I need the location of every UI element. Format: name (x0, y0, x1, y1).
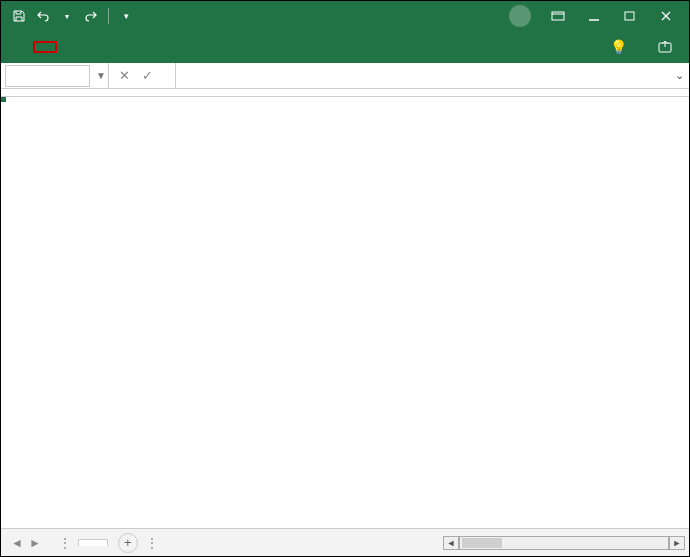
name-box[interactable] (5, 65, 90, 87)
tab-help[interactable] (191, 41, 211, 53)
enter-formula-icon[interactable]: ✓ (142, 68, 153, 83)
sheet-nav: ◄ ► (1, 536, 51, 550)
tab-page-layout[interactable] (81, 41, 101, 53)
spacer (1, 89, 689, 97)
tabstrip-split-icon[interactable]: ⋮ (146, 536, 159, 550)
formula-input[interactable] (175, 63, 669, 88)
svg-rect-3 (625, 12, 634, 20)
sheet-tab-strip: ◄ ► ⋮ + ⋮ ◄ ► (1, 528, 689, 556)
horizontal-scrollbar: ◄ ► (443, 536, 689, 550)
undo-dropdown-icon[interactable]: ▾ (57, 6, 77, 26)
save-icon[interactable] (9, 6, 29, 26)
ribbon-display-options-icon[interactable] (541, 1, 575, 31)
scroll-track[interactable] (459, 536, 669, 550)
selection-outline (1, 97, 5, 101)
sheet-nav-more-icon[interactable]: ⋮ (59, 536, 72, 550)
lightbulb-icon: 💡 (610, 39, 627, 55)
scroll-thumb[interactable] (462, 538, 502, 548)
fill-handle[interactable] (1, 97, 6, 102)
tab-view[interactable] (169, 41, 189, 53)
minimize-button[interactable] (577, 1, 611, 31)
sheet-nav-next-icon[interactable]: ► (27, 536, 43, 550)
new-sheet-button[interactable]: + (118, 533, 138, 553)
formula-bar: ▼ ✕ ✓ ⌄ (1, 63, 689, 89)
sheet-nav-prev-icon[interactable]: ◄ (9, 536, 25, 550)
title-bar: ▾ ▾ (1, 1, 689, 31)
maximize-button[interactable] (613, 1, 647, 31)
tab-review[interactable] (147, 41, 167, 53)
window-controls (509, 1, 689, 31)
expand-formula-bar-icon[interactable]: ⌄ (669, 69, 689, 82)
close-button[interactable] (649, 1, 683, 31)
tab-file[interactable] (11, 41, 31, 53)
redo-icon[interactable] (81, 6, 101, 26)
user-avatar[interactable] (509, 5, 531, 27)
tell-me-search[interactable] (635, 41, 643, 53)
scroll-right-button[interactable]: ► (669, 536, 685, 550)
sheet-tab[interactable] (78, 539, 108, 546)
quick-access-toolbar: ▾ ▾ (1, 6, 136, 26)
tab-home[interactable] (33, 41, 57, 53)
qat-customize-icon[interactable]: ▾ (116, 6, 136, 26)
cancel-formula-icon[interactable]: ✕ (119, 68, 130, 83)
scroll-left-button[interactable]: ◄ (443, 536, 459, 550)
tab-data[interactable] (125, 41, 145, 53)
undo-icon[interactable] (33, 6, 53, 26)
name-box-dropdown-icon[interactable]: ▼ (94, 70, 108, 81)
tab-insert[interactable] (59, 41, 79, 53)
share-icon[interactable] (651, 33, 679, 61)
svg-rect-0 (552, 12, 564, 20)
tab-formulas[interactable] (103, 41, 123, 53)
spreadsheet-grid[interactable] (1, 97, 689, 528)
ribbon-tabs: 💡 (1, 31, 689, 63)
